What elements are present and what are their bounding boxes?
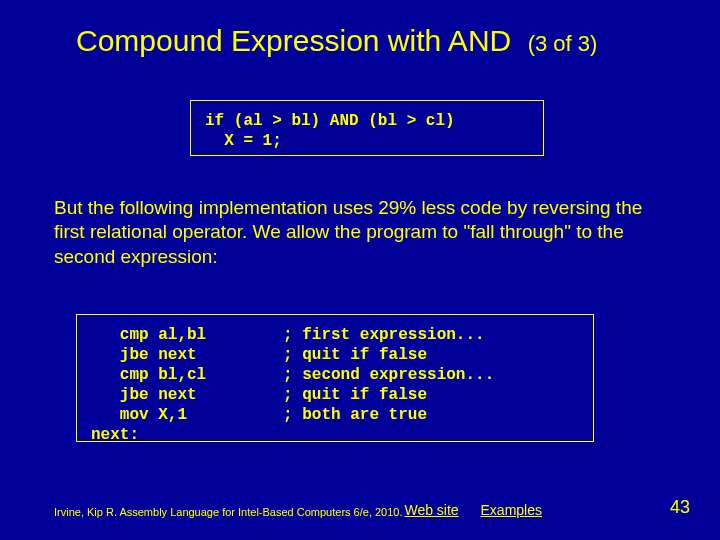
- assembly-box: cmp al,bl jbe next cmp bl,cl jbe next mo…: [76, 314, 594, 442]
- assembly-code: cmp al,bl jbe next cmp bl,cl jbe next mo…: [91, 325, 283, 445]
- title-main: Compound Expression with AND: [76, 24, 511, 57]
- body-text: But the following implementation uses 29…: [54, 197, 642, 267]
- footer: Irvine, Kip R. Assembly Language for Int…: [54, 506, 690, 518]
- title-sub: (3 of 3): [528, 31, 598, 56]
- footer-credit: Irvine, Kip R. Assembly Language for Int…: [54, 506, 403, 518]
- link-website[interactable]: Web site: [404, 502, 458, 518]
- page-number: 43: [670, 497, 690, 518]
- footer-links: Web site Examples: [404, 502, 560, 518]
- pseudocode-text: if (al > bl) AND (bl > cl) X = 1;: [205, 112, 455, 150]
- link-examples[interactable]: Examples: [481, 502, 542, 518]
- assembly-comments: ; first expression... ; quit if false ; …: [283, 325, 494, 425]
- pseudocode-box: if (al > bl) AND (bl > cl) X = 1;: [190, 100, 544, 156]
- title-row: Compound Expression with AND (3 of 3): [76, 24, 680, 58]
- slide: Compound Expression with AND (3 of 3) if…: [0, 0, 720, 540]
- body-paragraph: But the following implementation uses 29…: [54, 196, 660, 269]
